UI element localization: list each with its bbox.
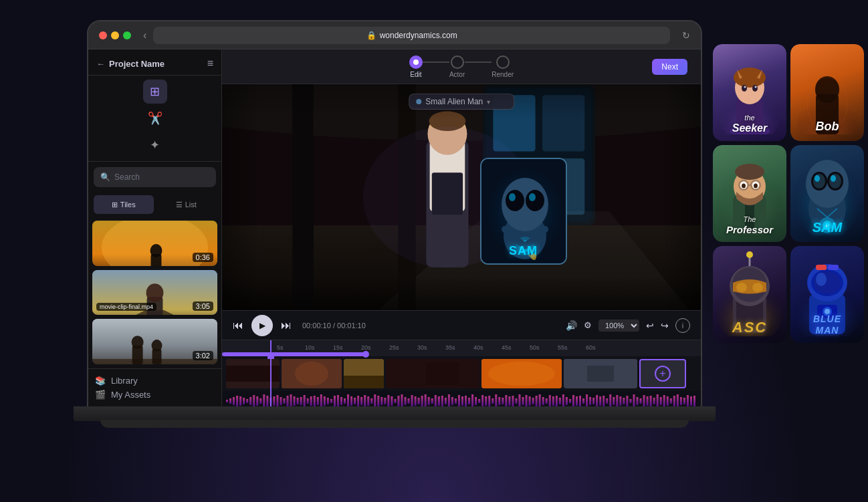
- ruler-mark-30s: 30s: [417, 344, 445, 351]
- svg-rect-231: [613, 397, 615, 405]
- svg-rect-252: [683, 398, 685, 404]
- svg-rect-206: [529, 396, 531, 406]
- my-assets-item[interactable]: 🎬 My Assets: [95, 390, 215, 400]
- char-card-asc[interactable]: ASC: [713, 246, 786, 343]
- svg-rect-131: [276, 395, 278, 406]
- svg-point-97: [526, 190, 544, 211]
- sidebar-back-nav[interactable]: ← Project Name: [96, 59, 165, 69]
- svg-point-33: [829, 174, 841, 189]
- skip-forward-button[interactable]: ⏭: [281, 320, 292, 332]
- timeline-clip-1[interactable]: [226, 359, 280, 388]
- svg-point-34: [815, 175, 820, 182]
- svg-point-99: [529, 193, 536, 201]
- play-button[interactable]: ▶: [251, 315, 273, 336]
- lock-icon: 🔒: [366, 31, 376, 40]
- svg-rect-165: [391, 396, 393, 406]
- svg-rect-144: [320, 394, 322, 406]
- svg-rect-201: [512, 396, 514, 406]
- svg-rect-126: [259, 398, 261, 404]
- svg-rect-122: [246, 399, 248, 403]
- svg-rect-228: [603, 396, 605, 406]
- tile-2-filename: movie-clip-final.mp4: [96, 303, 156, 311]
- sam-inner: 👆 SAM: [481, 159, 566, 263]
- svg-rect-159: [370, 398, 372, 404]
- svg-rect-57: [816, 265, 827, 270]
- svg-rect-246: [663, 395, 665, 406]
- char-card-sam[interactable]: SAM: [790, 145, 864, 242]
- settings-button[interactable]: ⚙: [584, 320, 592, 330]
- maximize-button[interactable]: [123, 31, 131, 39]
- info-button[interactable]: i: [675, 318, 690, 333]
- workflow-step-actor[interactable]: Actor: [449, 55, 465, 78]
- search-placeholder: Search: [114, 172, 140, 182]
- char-card-professor[interactable]: The Professor: [713, 145, 786, 242]
- svg-rect-183: [451, 397, 453, 405]
- char-card-bob[interactable]: Bob: [790, 44, 864, 141]
- svg-rect-233: [619, 396, 621, 406]
- svg-rect-127: [263, 394, 265, 406]
- next-button[interactable]: Next: [652, 59, 687, 75]
- media-tool-button[interactable]: ⊞: [143, 80, 167, 104]
- timeline-clip-2[interactable]: [282, 359, 342, 388]
- media-tile-2[interactable]: movie-clip-final.mp4 3:05: [92, 270, 217, 316]
- timeline-clip-3[interactable]: [344, 359, 384, 388]
- add-tool-button[interactable]: ✂️: [143, 106, 167, 130]
- svg-rect-224: [589, 397, 591, 405]
- close-button[interactable]: [99, 31, 107, 39]
- list-icon: ☰: [176, 201, 183, 209]
- character-dropdown[interactable]: Small Alien Man ▾: [409, 94, 514, 110]
- redo-button[interactable]: ↪: [661, 320, 669, 331]
- timeline-clip-church[interactable]: [386, 359, 479, 388]
- ruler-mark-25s: 25s: [389, 344, 417, 351]
- workflow-step-edit[interactable]: Edit: [409, 55, 423, 78]
- ruler-mark-40s: 40s: [473, 344, 502, 351]
- svg-rect-139: [304, 395, 306, 406]
- svg-rect-248: [670, 398, 672, 404]
- timeline-clip-add[interactable]: +: [639, 359, 686, 388]
- svg-rect-133: [283, 398, 285, 404]
- media-tile-3[interactable]: 3:02: [92, 319, 217, 364]
- char-card-seeker[interactable]: the Seeker: [713, 44, 786, 141]
- browser-back-button[interactable]: ‹: [143, 29, 146, 41]
- playhead[interactable]: [270, 340, 272, 406]
- svg-rect-160: [374, 394, 376, 406]
- edit-circle: [409, 55, 423, 69]
- svg-point-9: [755, 86, 757, 88]
- refresh-button[interactable]: ↻: [682, 30, 690, 41]
- svg-rect-221: [579, 396, 581, 406]
- tiles-view-button[interactable]: ⊞ Tiles: [94, 195, 154, 214]
- add-clip-plus-icon[interactable]: +: [655, 366, 671, 382]
- undo-button[interactable]: ↩: [646, 320, 654, 331]
- sidebar-header: ← Project Name ≡: [88, 49, 221, 76]
- url-text: wonderdynamics.com: [380, 31, 457, 40]
- media-tile-1[interactable]: 0:36: [92, 221, 217, 266]
- workflow-step-render[interactable]: Render: [492, 55, 514, 78]
- character-cards-panel: the Seeker: [709, 40, 868, 347]
- minimize-button[interactable]: [111, 31, 119, 39]
- library-item[interactable]: 📚 Library: [95, 376, 215, 386]
- library-icon: 📚: [95, 376, 106, 386]
- ruler-mark-20s: 20s: [361, 344, 389, 351]
- char-card-blueman[interactable]: BLUEMAN: [790, 246, 864, 343]
- search-bar[interactable]: 🔍 Search: [94, 167, 216, 187]
- progress-bar-track[interactable]: [222, 352, 701, 356]
- timeline-clip-sunset[interactable]: [481, 359, 562, 388]
- svg-rect-204: [522, 397, 524, 405]
- url-bar[interactable]: 🔒 wonderdynamics.com: [153, 27, 670, 44]
- volume-button[interactable]: 🔊: [566, 320, 577, 331]
- skip-back-button[interactable]: ⏮: [233, 320, 243, 332]
- effects-tool-button[interactable]: ✦: [143, 133, 167, 157]
- svg-rect-223: [586, 394, 588, 406]
- svg-rect-226: [596, 395, 598, 406]
- sam-character-overlay[interactable]: 👆 SAM: [480, 158, 567, 265]
- sidebar-menu-icon[interactable]: ≡: [207, 57, 213, 70]
- list-view-button[interactable]: ☰ List: [156, 195, 217, 214]
- svg-rect-225: [592, 398, 594, 404]
- svg-point-48: [736, 283, 747, 292]
- svg-rect-166: [394, 399, 396, 403]
- zoom-select[interactable]: 100%: [599, 320, 639, 332]
- svg-rect-121: [243, 398, 245, 404]
- progress-handle[interactable]: [362, 351, 369, 358]
- svg-rect-161: [377, 396, 379, 406]
- timeline-clip-walk[interactable]: [564, 359, 637, 388]
